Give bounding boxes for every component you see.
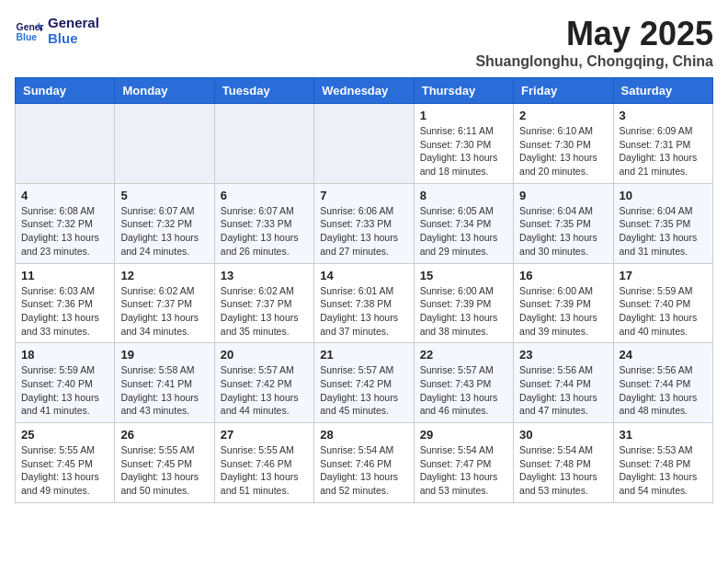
- day-number: 2: [519, 109, 607, 122]
- day-number: 19: [120, 348, 208, 362]
- day-info: Sunrise: 5:56 AM Sunset: 7:44 PM Dayligh…: [519, 363, 607, 418]
- day-info: Sunrise: 6:03 AM Sunset: 7:36 PM Dayligh…: [21, 284, 108, 339]
- calendar-day-cell: 3Sunrise: 6:09 AM Sunset: 7:31 PM Daylig…: [613, 104, 712, 184]
- day-number: 16: [519, 269, 607, 282]
- day-info: Sunrise: 5:57 AM Sunset: 7:43 PM Dayligh…: [420, 363, 507, 418]
- day-number: 8: [420, 189, 507, 202]
- day-info: Sunrise: 6:10 AM Sunset: 7:30 PM Dayligh…: [519, 124, 607, 178]
- weekday-header-cell: Tuesday: [214, 78, 313, 104]
- day-number: 24: [620, 348, 707, 362]
- calendar-day-cell: 16Sunrise: 6:00 AM Sunset: 7:39 PM Dayli…: [514, 263, 613, 343]
- calendar-day-cell: 5Sunrise: 6:07 AM Sunset: 7:32 PM Daylig…: [115, 183, 214, 263]
- calendar-day-cell: 17Sunrise: 5:59 AM Sunset: 7:40 PM Dayli…: [613, 263, 712, 343]
- day-info: Sunrise: 6:00 AM Sunset: 7:39 PM Dayligh…: [519, 284, 607, 339]
- day-number: 15: [420, 269, 507, 282]
- day-info: Sunrise: 5:57 AM Sunset: 7:42 PM Dayligh…: [221, 363, 308, 418]
- calendar-day-cell: 7Sunrise: 6:06 AM Sunset: 7:33 PM Daylig…: [314, 183, 414, 263]
- day-number: 30: [519, 428, 607, 442]
- calendar-day-cell: 10Sunrise: 6:04 AM Sunset: 7:35 PM Dayli…: [613, 183, 712, 263]
- calendar-day-cell: 8Sunrise: 6:05 AM Sunset: 7:34 PM Daylig…: [414, 183, 513, 263]
- day-number: 4: [21, 189, 108, 202]
- day-number: 6: [221, 189, 308, 202]
- day-info: Sunrise: 5:54 AM Sunset: 7:46 PM Dayligh…: [320, 443, 407, 498]
- day-number: 12: [120, 269, 208, 282]
- day-number: 29: [420, 428, 507, 442]
- weekday-header-cell: Thursday: [414, 78, 513, 104]
- month-title: May 2025: [475, 15, 713, 53]
- day-number: 20: [221, 348, 308, 362]
- day-info: Sunrise: 6:08 AM Sunset: 7:32 PM Dayligh…: [21, 204, 108, 259]
- calendar-day-cell: 19Sunrise: 5:58 AM Sunset: 7:41 PM Dayli…: [115, 343, 214, 423]
- calendar-day-cell: 27Sunrise: 5:55 AM Sunset: 7:46 PM Dayli…: [214, 423, 313, 503]
- weekday-header-cell: Friday: [514, 78, 613, 104]
- day-info: Sunrise: 5:57 AM Sunset: 7:42 PM Dayligh…: [320, 363, 407, 418]
- calendar-day-cell: 18Sunrise: 5:59 AM Sunset: 7:40 PM Dayli…: [16, 343, 115, 423]
- day-info: Sunrise: 5:54 AM Sunset: 7:47 PM Dayligh…: [420, 443, 507, 498]
- calendar-day-cell: 15Sunrise: 6:00 AM Sunset: 7:39 PM Dayli…: [414, 263, 513, 343]
- logo-text-general: General: [48, 15, 99, 30]
- day-info: Sunrise: 6:11 AM Sunset: 7:30 PM Dayligh…: [420, 124, 507, 178]
- day-number: 3: [620, 109, 707, 122]
- day-info: Sunrise: 6:07 AM Sunset: 7:32 PM Dayligh…: [120, 204, 208, 259]
- calendar-day-cell: 28Sunrise: 5:54 AM Sunset: 7:46 PM Dayli…: [314, 423, 414, 503]
- day-number: 7: [320, 189, 407, 202]
- calendar-day-cell: 4Sunrise: 6:08 AM Sunset: 7:32 PM Daylig…: [16, 183, 115, 263]
- day-number: 22: [420, 348, 507, 362]
- calendar-day-cell: [16, 104, 115, 184]
- day-number: 18: [21, 348, 108, 362]
- day-info: Sunrise: 5:55 AM Sunset: 7:46 PM Dayligh…: [221, 443, 308, 498]
- day-number: 9: [519, 189, 607, 202]
- calendar-day-cell: [115, 104, 214, 184]
- day-info: Sunrise: 6:07 AM Sunset: 7:33 PM Dayligh…: [221, 204, 308, 259]
- calendar-day-cell: 12Sunrise: 6:02 AM Sunset: 7:37 PM Dayli…: [115, 263, 214, 343]
- calendar-week-row: 18Sunrise: 5:59 AM Sunset: 7:40 PM Dayli…: [16, 343, 713, 423]
- svg-text:Blue: Blue: [17, 32, 38, 42]
- logo: General Blue General Blue: [15, 15, 99, 46]
- calendar-body: 1Sunrise: 6:11 AM Sunset: 7:30 PM Daylig…: [16, 104, 713, 503]
- day-number: 27: [221, 428, 308, 442]
- weekday-header-cell: Wednesday: [314, 78, 414, 104]
- weekday-header-cell: Sunday: [16, 78, 115, 104]
- calendar-day-cell: 25Sunrise: 5:55 AM Sunset: 7:45 PM Dayli…: [16, 423, 115, 503]
- calendar-day-cell: 26Sunrise: 5:55 AM Sunset: 7:45 PM Dayli…: [115, 423, 214, 503]
- day-number: 14: [320, 269, 407, 282]
- calendar-day-cell: 23Sunrise: 5:56 AM Sunset: 7:44 PM Dayli…: [514, 343, 613, 423]
- day-info: Sunrise: 6:09 AM Sunset: 7:31 PM Dayligh…: [620, 124, 707, 178]
- day-info: Sunrise: 5:59 AM Sunset: 7:40 PM Dayligh…: [620, 284, 707, 339]
- day-number: 28: [320, 428, 407, 442]
- day-number: 11: [21, 269, 108, 282]
- day-info: Sunrise: 6:00 AM Sunset: 7:39 PM Dayligh…: [420, 284, 507, 339]
- day-number: 31: [620, 428, 707, 442]
- day-info: Sunrise: 6:05 AM Sunset: 7:34 PM Dayligh…: [420, 204, 507, 259]
- day-number: 10: [620, 189, 707, 202]
- day-info: Sunrise: 5:53 AM Sunset: 7:48 PM Dayligh…: [620, 443, 707, 498]
- day-info: Sunrise: 5:55 AM Sunset: 7:45 PM Dayligh…: [21, 443, 108, 498]
- day-number: 25: [21, 428, 108, 442]
- calendar-day-cell: 9Sunrise: 6:04 AM Sunset: 7:35 PM Daylig…: [514, 183, 613, 263]
- day-number: 21: [320, 348, 407, 362]
- calendar-week-row: 25Sunrise: 5:55 AM Sunset: 7:45 PM Dayli…: [16, 423, 713, 503]
- day-number: 5: [120, 189, 208, 202]
- day-number: 26: [120, 428, 208, 442]
- calendar-day-cell: 1Sunrise: 6:11 AM Sunset: 7:30 PM Daylig…: [414, 104, 513, 184]
- weekday-header-cell: Monday: [115, 78, 214, 104]
- calendar-day-cell: 29Sunrise: 5:54 AM Sunset: 7:47 PM Dayli…: [414, 423, 513, 503]
- page-header: General Blue General Blue May 2025 Shuan…: [15, 15, 713, 70]
- day-number: 13: [221, 269, 308, 282]
- calendar-day-cell: 2Sunrise: 6:10 AM Sunset: 7:30 PM Daylig…: [514, 104, 613, 184]
- calendar-day-cell: [214, 104, 313, 184]
- calendar-week-row: 11Sunrise: 6:03 AM Sunset: 7:36 PM Dayli…: [16, 263, 713, 343]
- day-info: Sunrise: 5:58 AM Sunset: 7:41 PM Dayligh…: [120, 363, 208, 418]
- day-info: Sunrise: 5:54 AM Sunset: 7:48 PM Dayligh…: [519, 443, 607, 498]
- day-info: Sunrise: 6:01 AM Sunset: 7:38 PM Dayligh…: [320, 284, 407, 339]
- calendar-day-cell: 30Sunrise: 5:54 AM Sunset: 7:48 PM Dayli…: [514, 423, 613, 503]
- day-info: Sunrise: 5:59 AM Sunset: 7:40 PM Dayligh…: [21, 363, 108, 418]
- calendar-day-cell: 21Sunrise: 5:57 AM Sunset: 7:42 PM Dayli…: [314, 343, 414, 423]
- day-number: 1: [420, 109, 507, 122]
- calendar-day-cell: 24Sunrise: 5:56 AM Sunset: 7:44 PM Dayli…: [613, 343, 712, 423]
- location-title: Shuanglonghu, Chongqing, China: [475, 53, 713, 70]
- calendar-day-cell: 20Sunrise: 5:57 AM Sunset: 7:42 PM Dayli…: [214, 343, 313, 423]
- calendar-day-cell: 22Sunrise: 5:57 AM Sunset: 7:43 PM Dayli…: [414, 343, 513, 423]
- day-info: Sunrise: 6:04 AM Sunset: 7:35 PM Dayligh…: [620, 204, 707, 259]
- day-info: Sunrise: 5:55 AM Sunset: 7:45 PM Dayligh…: [120, 443, 208, 498]
